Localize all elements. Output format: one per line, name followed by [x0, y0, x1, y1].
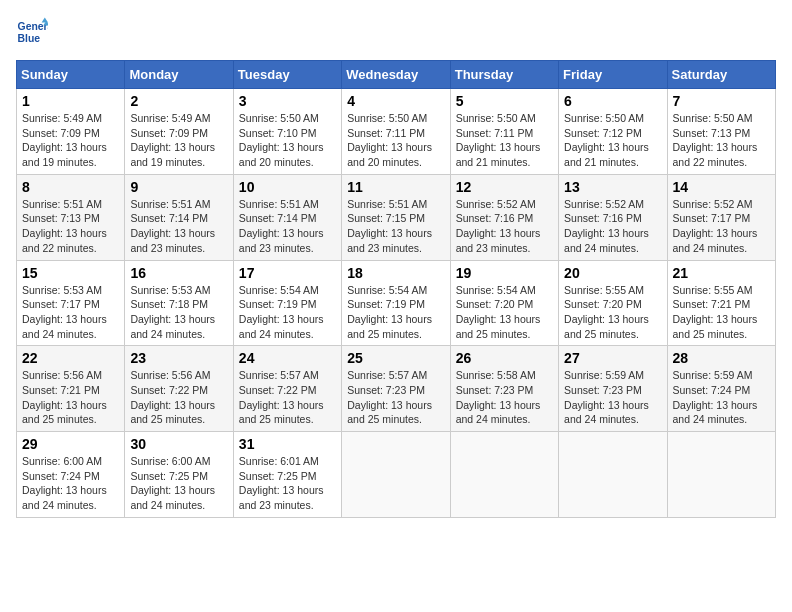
calendar-cell: 23 Sunrise: 5:56 AM Sunset: 7:22 PM Dayl…: [125, 346, 233, 432]
day-info: Sunrise: 5:56 AM Sunset: 7:22 PM Dayligh…: [130, 368, 227, 427]
calendar-cell: 8 Sunrise: 5:51 AM Sunset: 7:13 PM Dayli…: [17, 174, 125, 260]
svg-text:Blue: Blue: [18, 33, 41, 44]
day-info: Sunrise: 5:51 AM Sunset: 7:15 PM Dayligh…: [347, 197, 444, 256]
calendar-cell: 6 Sunrise: 5:50 AM Sunset: 7:12 PM Dayli…: [559, 89, 667, 175]
day-number: 27: [564, 350, 661, 366]
week-row-5: 29 Sunrise: 6:00 AM Sunset: 7:24 PM Dayl…: [17, 432, 776, 518]
day-number: 4: [347, 93, 444, 109]
day-info: Sunrise: 5:59 AM Sunset: 7:24 PM Dayligh…: [673, 368, 770, 427]
day-info: Sunrise: 5:51 AM Sunset: 7:14 PM Dayligh…: [130, 197, 227, 256]
svg-marker-2: [42, 18, 48, 23]
day-info: Sunrise: 5:50 AM Sunset: 7:10 PM Dayligh…: [239, 111, 336, 170]
day-info: Sunrise: 6:00 AM Sunset: 7:25 PM Dayligh…: [130, 454, 227, 513]
calendar-cell: 7 Sunrise: 5:50 AM Sunset: 7:13 PM Dayli…: [667, 89, 775, 175]
week-row-4: 22 Sunrise: 5:56 AM Sunset: 7:21 PM Dayl…: [17, 346, 776, 432]
day-number: 3: [239, 93, 336, 109]
calendar-cell: 25 Sunrise: 5:57 AM Sunset: 7:23 PM Dayl…: [342, 346, 450, 432]
header-saturday: Saturday: [667, 61, 775, 89]
day-number: 5: [456, 93, 553, 109]
day-info: Sunrise: 5:55 AM Sunset: 7:21 PM Dayligh…: [673, 283, 770, 342]
day-info: Sunrise: 5:50 AM Sunset: 7:11 PM Dayligh…: [456, 111, 553, 170]
day-info: Sunrise: 5:59 AM Sunset: 7:23 PM Dayligh…: [564, 368, 661, 427]
day-info: Sunrise: 5:50 AM Sunset: 7:12 PM Dayligh…: [564, 111, 661, 170]
calendar-table: SundayMondayTuesdayWednesdayThursdayFrid…: [16, 60, 776, 518]
day-number: 9: [130, 179, 227, 195]
day-info: Sunrise: 5:50 AM Sunset: 7:13 PM Dayligh…: [673, 111, 770, 170]
day-number: 20: [564, 265, 661, 281]
calendar-cell: 19 Sunrise: 5:54 AM Sunset: 7:20 PM Dayl…: [450, 260, 558, 346]
day-info: Sunrise: 5:58 AM Sunset: 7:23 PM Dayligh…: [456, 368, 553, 427]
calendar-cell: 10 Sunrise: 5:51 AM Sunset: 7:14 PM Dayl…: [233, 174, 341, 260]
calendar-cell: 31 Sunrise: 6:01 AM Sunset: 7:25 PM Dayl…: [233, 432, 341, 518]
calendar-cell: 3 Sunrise: 5:50 AM Sunset: 7:10 PM Dayli…: [233, 89, 341, 175]
day-number: 31: [239, 436, 336, 452]
day-info: Sunrise: 6:01 AM Sunset: 7:25 PM Dayligh…: [239, 454, 336, 513]
calendar-cell: 17 Sunrise: 5:54 AM Sunset: 7:19 PM Dayl…: [233, 260, 341, 346]
day-number: 23: [130, 350, 227, 366]
week-row-1: 1 Sunrise: 5:49 AM Sunset: 7:09 PM Dayli…: [17, 89, 776, 175]
calendar-cell: 24 Sunrise: 5:57 AM Sunset: 7:22 PM Dayl…: [233, 346, 341, 432]
day-info: Sunrise: 5:49 AM Sunset: 7:09 PM Dayligh…: [22, 111, 119, 170]
header-row: SundayMondayTuesdayWednesdayThursdayFrid…: [17, 61, 776, 89]
day-info: Sunrise: 5:52 AM Sunset: 7:16 PM Dayligh…: [456, 197, 553, 256]
day-number: 29: [22, 436, 119, 452]
header-friday: Friday: [559, 61, 667, 89]
calendar-cell: [559, 432, 667, 518]
day-number: 18: [347, 265, 444, 281]
calendar-cell: 22 Sunrise: 5:56 AM Sunset: 7:21 PM Dayl…: [17, 346, 125, 432]
calendar-cell: 21 Sunrise: 5:55 AM Sunset: 7:21 PM Dayl…: [667, 260, 775, 346]
calendar-cell: 28 Sunrise: 5:59 AM Sunset: 7:24 PM Dayl…: [667, 346, 775, 432]
day-number: 6: [564, 93, 661, 109]
day-info: Sunrise: 5:51 AM Sunset: 7:13 PM Dayligh…: [22, 197, 119, 256]
day-number: 13: [564, 179, 661, 195]
day-info: Sunrise: 5:57 AM Sunset: 7:22 PM Dayligh…: [239, 368, 336, 427]
day-number: 16: [130, 265, 227, 281]
calendar-cell: 26 Sunrise: 5:58 AM Sunset: 7:23 PM Dayl…: [450, 346, 558, 432]
calendar-cell: 12 Sunrise: 5:52 AM Sunset: 7:16 PM Dayl…: [450, 174, 558, 260]
calendar-cell: 14 Sunrise: 5:52 AM Sunset: 7:17 PM Dayl…: [667, 174, 775, 260]
day-number: 19: [456, 265, 553, 281]
day-info: Sunrise: 5:53 AM Sunset: 7:17 PM Dayligh…: [22, 283, 119, 342]
logo-icon: General Blue: [16, 16, 48, 48]
day-number: 14: [673, 179, 770, 195]
day-number: 12: [456, 179, 553, 195]
calendar-cell: 30 Sunrise: 6:00 AM Sunset: 7:25 PM Dayl…: [125, 432, 233, 518]
day-info: Sunrise: 5:54 AM Sunset: 7:20 PM Dayligh…: [456, 283, 553, 342]
header-monday: Monday: [125, 61, 233, 89]
day-number: 1: [22, 93, 119, 109]
day-number: 17: [239, 265, 336, 281]
week-row-3: 15 Sunrise: 5:53 AM Sunset: 7:17 PM Dayl…: [17, 260, 776, 346]
calendar-cell: 9 Sunrise: 5:51 AM Sunset: 7:14 PM Dayli…: [125, 174, 233, 260]
day-number: 28: [673, 350, 770, 366]
calendar-cell: 18 Sunrise: 5:54 AM Sunset: 7:19 PM Dayl…: [342, 260, 450, 346]
day-number: 26: [456, 350, 553, 366]
day-number: 8: [22, 179, 119, 195]
day-number: 21: [673, 265, 770, 281]
calendar-cell: 29 Sunrise: 6:00 AM Sunset: 7:24 PM Dayl…: [17, 432, 125, 518]
calendar-cell: 11 Sunrise: 5:51 AM Sunset: 7:15 PM Dayl…: [342, 174, 450, 260]
day-number: 7: [673, 93, 770, 109]
day-number: 25: [347, 350, 444, 366]
day-info: Sunrise: 5:53 AM Sunset: 7:18 PM Dayligh…: [130, 283, 227, 342]
day-number: 30: [130, 436, 227, 452]
calendar-cell: 27 Sunrise: 5:59 AM Sunset: 7:23 PM Dayl…: [559, 346, 667, 432]
calendar-cell: 15 Sunrise: 5:53 AM Sunset: 7:17 PM Dayl…: [17, 260, 125, 346]
header-thursday: Thursday: [450, 61, 558, 89]
calendar-cell: 13 Sunrise: 5:52 AM Sunset: 7:16 PM Dayl…: [559, 174, 667, 260]
week-row-2: 8 Sunrise: 5:51 AM Sunset: 7:13 PM Dayli…: [17, 174, 776, 260]
day-info: Sunrise: 5:52 AM Sunset: 7:17 PM Dayligh…: [673, 197, 770, 256]
day-number: 15: [22, 265, 119, 281]
calendar-cell: 2 Sunrise: 5:49 AM Sunset: 7:09 PM Dayli…: [125, 89, 233, 175]
header-tuesday: Tuesday: [233, 61, 341, 89]
day-number: 10: [239, 179, 336, 195]
page-header: General Blue: [16, 16, 776, 48]
calendar-cell: 4 Sunrise: 5:50 AM Sunset: 7:11 PM Dayli…: [342, 89, 450, 175]
calendar-cell: [342, 432, 450, 518]
day-info: Sunrise: 6:00 AM Sunset: 7:24 PM Dayligh…: [22, 454, 119, 513]
day-info: Sunrise: 5:55 AM Sunset: 7:20 PM Dayligh…: [564, 283, 661, 342]
day-number: 11: [347, 179, 444, 195]
day-info: Sunrise: 5:51 AM Sunset: 7:14 PM Dayligh…: [239, 197, 336, 256]
calendar-cell: [667, 432, 775, 518]
logo: General Blue: [16, 16, 52, 48]
day-info: Sunrise: 5:54 AM Sunset: 7:19 PM Dayligh…: [347, 283, 444, 342]
